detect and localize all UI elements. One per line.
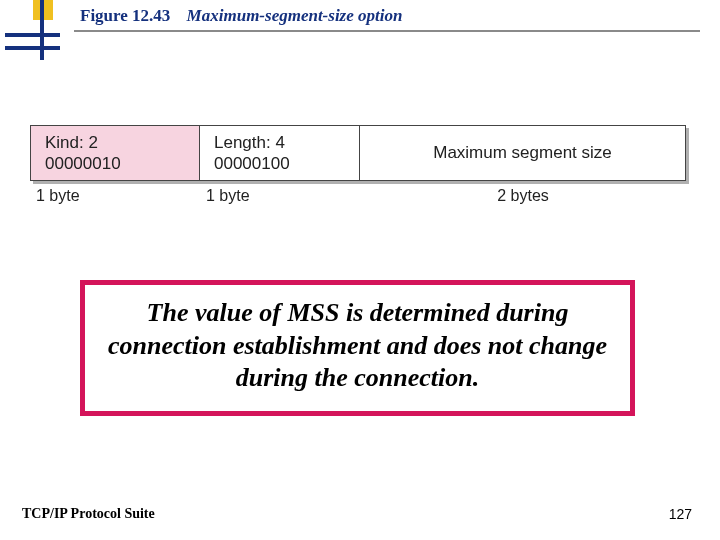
- size-kind: 1 byte: [30, 187, 200, 205]
- field-length-bits: 00000100: [214, 153, 290, 174]
- footer-source: TCP/IP Protocol Suite: [22, 506, 155, 522]
- figure-number: Figure 12.43: [80, 6, 170, 25]
- field-row: Kind: 2 00000010 Length: 4 00000100 Maxi…: [30, 125, 686, 181]
- slide-decoration: [25, 0, 55, 60]
- page-number: 127: [669, 506, 692, 522]
- field-mss: Maximum segment size: [360, 125, 686, 181]
- field-length: Length: 4 00000100: [200, 125, 360, 181]
- size-labels: 1 byte 1 byte 2 bytes: [30, 187, 686, 205]
- field-mss-label: Maximum segment size: [433, 142, 612, 163]
- callout-note: The value of MSS is determined during co…: [80, 280, 635, 416]
- field-length-label: Length: 4: [214, 132, 285, 153]
- option-format-diagram: Kind: 2 00000010 Length: 4 00000100 Maxi…: [30, 125, 686, 205]
- heading-underline: [74, 30, 700, 32]
- figure-title: Maximum-segment-size option: [187, 6, 403, 25]
- figure-heading: Figure 12.43 Maximum-segment-size option: [80, 6, 700, 26]
- field-kind: Kind: 2 00000010: [30, 125, 200, 181]
- field-kind-label: Kind: 2: [45, 132, 98, 153]
- field-kind-bits: 00000010: [45, 153, 121, 174]
- size-length: 1 byte: [200, 187, 360, 205]
- size-mss: 2 bytes: [360, 187, 686, 205]
